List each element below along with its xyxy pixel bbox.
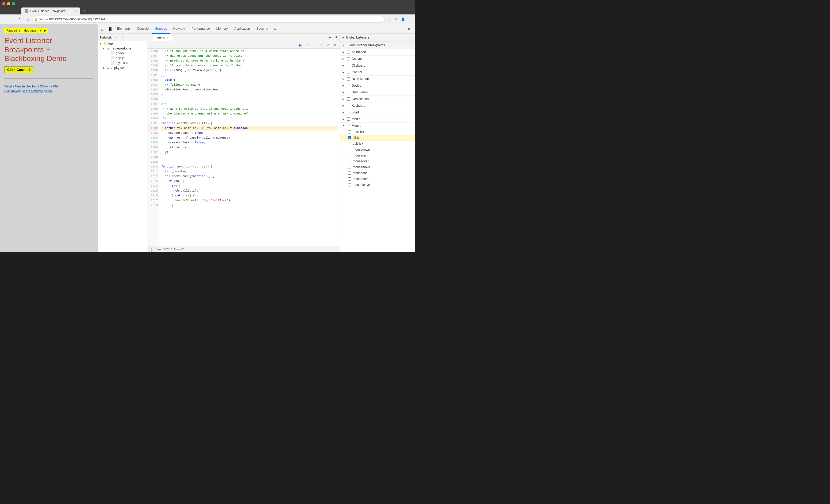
- tab-close-button[interactable]: ✕: [74, 10, 77, 12]
- editor-tab-vue[interactable]: vue.js ✕: [153, 34, 172, 41]
- bp-checkbox-mouseover[interactable]: [348, 160, 351, 163]
- file-tree-item[interactable]: ▶ ☁ unpkg.com: [98, 65, 147, 70]
- bp-checkbox-clipboard[interactable]: [347, 64, 350, 67]
- format-button[interactable]: {}: [150, 247, 154, 251]
- deactivate-breakpoints-button[interactable]: ⊘: [325, 42, 331, 48]
- bp-checkbox-auxclick[interactable]: [348, 130, 351, 133]
- bp-checkbox-click[interactable]: [348, 136, 351, 139]
- bp-checkbox-mouse[interactable]: [347, 124, 350, 127]
- home-button[interactable]: ⌂: [25, 16, 30, 22]
- bp-category-header[interactable]: ▶ Animation: [341, 49, 415, 55]
- global-listeners-header[interactable]: ▶ Global Listeners: [341, 34, 415, 41]
- bp-item-mousemove[interactable]: mousemove: [341, 164, 415, 170]
- new-tab-button[interactable]: +: [81, 8, 88, 13]
- event-breakpoints-header[interactable]: ▼ Event Listener Breakpoints: [341, 41, 415, 49]
- tab-overflow-button[interactable]: »: [113, 35, 118, 40]
- bp-category-header[interactable]: ▶ Device: [341, 83, 415, 89]
- file-tree-item[interactable]: ▼ 📁 top: [98, 41, 147, 46]
- bp-category-header[interactable]: ▶ Clipboard: [341, 62, 415, 69]
- bp-checkbox-media[interactable]: [347, 118, 350, 121]
- file-tree-item[interactable]: ▼ ☁ framework-bla: [98, 46, 147, 51]
- bp-category-header[interactable]: ▶ DOM Mutation: [341, 76, 415, 82]
- bp-checkbox-load[interactable]: [347, 111, 350, 114]
- bp-checkbox-animation[interactable]: [347, 51, 350, 54]
- bp-item-mouseleave[interactable]: mouseleave: [341, 182, 415, 188]
- link1[interactable]: What's New In DevTools (Chrome 66) >: [4, 84, 93, 89]
- click-count-button[interactable]: Click Count: 3: [4, 66, 33, 73]
- bp-checkbox-mouseout[interactable]: [348, 171, 351, 175]
- step-over-button[interactable]: ↷: [304, 42, 310, 48]
- reload-button[interactable]: ↻: [17, 16, 23, 22]
- bp-item-mouseover[interactable]: mouseover: [341, 158, 415, 164]
- bp-checkbox-control[interactable]: [347, 71, 350, 74]
- bp-checkbox-dblclick[interactable]: [348, 142, 351, 145]
- bp-arrow-icon: ▶: [343, 111, 345, 114]
- pause-on-exception-button[interactable]: ⏸: [333, 34, 339, 40]
- bp-category-header[interactable]: ▶ Keyboard: [341, 102, 415, 109]
- bp-category-header[interactable]: ▶ Media: [341, 116, 415, 122]
- browser-tab[interactable]: Event Listener Breakpoints + E... ✕: [22, 7, 80, 14]
- close-devtools-button[interactable]: ✕: [405, 25, 413, 33]
- menu-button[interactable]: ⋮: [407, 16, 413, 22]
- bp-checkbox-drag-drop[interactable]: [347, 91, 350, 94]
- bp-checkbox-keyboard[interactable]: [347, 104, 350, 107]
- editor-tab-close-button[interactable]: ✕: [166, 36, 168, 39]
- tab-network[interactable]: Network: [170, 24, 188, 34]
- network-tab-label[interactable]: Network: [100, 36, 112, 39]
- close-button[interactable]: [2, 2, 5, 5]
- resume-button[interactable]: ▶: [297, 42, 303, 48]
- tab-elements[interactable]: Elements: [114, 24, 134, 34]
- bp-checkbox-mousemove[interactable]: [348, 166, 351, 169]
- bp-checkbox-geolocation[interactable]: [347, 97, 350, 101]
- back-button[interactable]: ‹: [2, 16, 8, 22]
- bp-checkbox-canvas[interactable]: [347, 57, 350, 60]
- bp-category-header[interactable]: ▶ Load: [341, 109, 415, 116]
- bp-category-header[interactable]: ▶ Drag / drop: [341, 89, 415, 95]
- bp-category-header[interactable]: ▶ Control: [341, 69, 415, 75]
- step-into-button[interactable]: ↓: [311, 42, 317, 48]
- bp-item-mouseup[interactable]: mouseup: [341, 153, 415, 158]
- tab-application[interactable]: Application: [231, 24, 253, 34]
- pause-on-exception-button[interactable]: ⏸: [332, 42, 338, 48]
- link2[interactable]: Blackboxing in the Network panel: [4, 89, 93, 94]
- forward-button[interactable]: ›: [10, 16, 15, 22]
- more-tabs-button[interactable]: »: [271, 25, 279, 33]
- bp-checkbox-mousedown[interactable]: [348, 148, 351, 151]
- inspect-element-button[interactable]: ⬚: [99, 25, 106, 33]
- bp-category-header-mouse[interactable]: ▼ Mouse: [341, 123, 415, 129]
- bp-item-mouseout[interactable]: mouseout: [341, 170, 415, 176]
- tab-security[interactable]: Security: [253, 24, 271, 34]
- pretty-print-button[interactable]: ▶: [327, 34, 333, 40]
- account-button[interactable]: 👤: [400, 16, 406, 22]
- settings-button[interactable]: ⋮: [397, 25, 405, 33]
- bp-checkbox-mouseenter[interactable]: [348, 177, 351, 181]
- file-tree-item[interactable]: ▶ 📄 app.js: [98, 56, 147, 60]
- sources-menu-button[interactable]: ⋮: [119, 34, 125, 40]
- bookmark-button[interactable]: ☆: [386, 16, 392, 22]
- bp-checkbox-device[interactable]: [347, 84, 350, 87]
- code-content[interactable]: 1786 1787 1788 1789 1790 1791 1792 1793 …: [147, 49, 340, 246]
- bp-item-auxclick[interactable]: auxclick: [341, 129, 415, 135]
- tab-console[interactable]: Console: [134, 24, 152, 34]
- tab-sources[interactable]: Sources: [152, 24, 170, 34]
- bp-category-header[interactable]: ▶ Canvas: [341, 56, 415, 62]
- bp-item-mousedown[interactable]: mousedown: [341, 147, 415, 153]
- editor-back-button[interactable]: ‹: [147, 34, 153, 40]
- tab-performance[interactable]: Performance: [188, 24, 213, 34]
- file-tree-item[interactable]: ▶ 📄 style.css: [98, 60, 147, 65]
- bp-checkbox-mouseup[interactable]: [348, 154, 351, 157]
- bp-item-dblclick[interactable]: dblclick: [341, 141, 415, 147]
- maximize-button[interactable]: [12, 2, 15, 5]
- device-toolbar-button[interactable]: 📱: [106, 25, 114, 33]
- address-bar[interactable]: 🔒 Secure https://framework-blackboxing.g…: [32, 16, 385, 23]
- bp-item-click[interactable]: click: [341, 135, 415, 141]
- bp-checkbox-dom-mutation[interactable]: [347, 77, 350, 81]
- minimize-button[interactable]: [7, 2, 10, 5]
- bp-item-mouseenter[interactable]: mouseenter: [341, 176, 415, 182]
- tab-memory[interactable]: Memory: [213, 24, 231, 34]
- file-tree-item[interactable]: ▶ 📄 (index): [98, 51, 147, 56]
- extension-button[interactable]: ✓: [393, 16, 399, 22]
- bp-category-header[interactable]: ▶ Geolocation: [341, 96, 415, 102]
- step-out-button[interactable]: ↑: [318, 42, 324, 48]
- bp-checkbox-mouseleave[interactable]: [348, 183, 351, 186]
